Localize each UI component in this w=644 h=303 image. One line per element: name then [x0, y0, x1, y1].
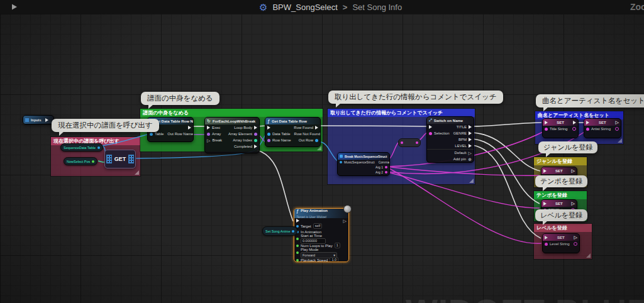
- reroute-in-pin[interactable]: [401, 141, 403, 144]
- exec-out-pin[interactable]: ▷: [343, 219, 347, 223]
- int-out-pin[interactable]: [92, 160, 94, 163]
- gear-icon[interactable]: ⚙: [259, 3, 267, 12]
- node-get-data-table-row[interactable]: ƒ Get Data Table Row Row Found Data Tabl…: [265, 117, 321, 147]
- exec-in-pin[interactable]: [543, 202, 547, 206]
- comment-title[interactable]: ジャンルを登録: [534, 157, 587, 165]
- exec-out-pin[interactable]: [45, 118, 48, 122]
- exec-out-pin[interactable]: ▷: [574, 235, 577, 240]
- variable-node-set-song-anime[interactable]: Set Song Anime: [262, 226, 297, 236]
- default-out-pin[interactable]: ▷: [469, 151, 472, 155]
- pin-row[interactable]: Start at Time 0.000000: [294, 234, 348, 243]
- playbackspeed-in-pin[interactable]: [296, 259, 299, 262]
- element-out-pin[interactable]: [254, 133, 257, 136]
- pin-row[interactable]: Selection GENRE: [427, 130, 474, 136]
- resize-handle[interactable]: [469, 179, 474, 183]
- pin-row[interactable]: MusicSequenceStruct Command: [338, 160, 389, 165]
- variable-node-sequencedatatable[interactable]: SequenceData Table: [60, 143, 103, 152]
- exec-out-pin[interactable]: [573, 121, 576, 124]
- pin-row[interactable]: Default ▷: [427, 149, 474, 156]
- playbackspeed-input[interactable]: 1.0: [330, 257, 338, 262]
- pin-row[interactable]: Completed: [205, 143, 259, 150]
- pin-row[interactable]: BPM: [427, 136, 474, 143]
- completed-out-pin[interactable]: [254, 145, 257, 148]
- array-in-pin[interactable]: [207, 133, 210, 136]
- exec-in-pin[interactable]: [296, 219, 299, 223]
- genre-out-pin[interactable]: [469, 131, 472, 135]
- pin-row[interactable]: ▷: [294, 218, 348, 223]
- arg2-out-pin[interactable]: [385, 171, 387, 174]
- outrow-out-pin[interactable]: [315, 139, 318, 142]
- value-in-pin[interactable]: [545, 243, 548, 246]
- exec-out-pin[interactable]: ▷: [572, 168, 575, 173]
- exec-in-pin[interactable]: [207, 126, 210, 129]
- pin-row[interactable]: Row Found: [265, 124, 320, 131]
- level-out-pin[interactable]: [469, 144, 472, 148]
- node-set-level-string[interactable]: SET ▷ Level String: [542, 233, 580, 253]
- object-out-pin[interactable]: [97, 146, 100, 149]
- pin-row[interactable]: Title String: [543, 126, 578, 132]
- numloops-in-pin[interactable]: [296, 245, 299, 247]
- table-in-pin[interactable]: [150, 133, 153, 136]
- title-out-pin[interactable]: [469, 125, 472, 129]
- playmode-in-pin[interactable]: [296, 251, 299, 254]
- index-out-pin[interactable]: [254, 139, 257, 142]
- target-value-box[interactable]: self: [313, 223, 323, 229]
- startattime-in-pin[interactable]: [296, 238, 299, 240]
- pin-row[interactable]: Add pin ⊕: [427, 156, 474, 162]
- resize-handle[interactable]: [586, 253, 591, 258]
- break-in-pin[interactable]: ▷: [207, 138, 210, 143]
- pin-row[interactable]: Play Mode Forward ▾: [294, 248, 348, 257]
- pin-row[interactable]: Level String: [543, 241, 579, 247]
- node-foreachloop-withbreak[interactable]: ↻ ForEachLoopWithBreak Exec Loop Body Ar…: [204, 117, 260, 153]
- selection-in-pin[interactable]: [429, 132, 432, 135]
- value-out-pin[interactable]: [574, 242, 577, 246]
- node-reroute[interactable]: [398, 138, 421, 147]
- node-set-artist-string[interactable]: SET ▷ Artist String: [584, 118, 621, 138]
- comment-title[interactable]: テンポを登録: [534, 191, 587, 199]
- pin-row[interactable]: ▷ Break Array Index: [205, 137, 259, 143]
- exec-out-pin[interactable]: ▷: [572, 201, 575, 206]
- exec-in-pin[interactable]: [586, 121, 589, 124]
- pin-row[interactable]: Artist String: [584, 126, 621, 132]
- resize-handle[interactable]: [135, 170, 139, 175]
- pin-row[interactable]: TITLE: [427, 124, 474, 130]
- breadcrumb-root[interactable]: BPW_SongSelect: [272, 3, 337, 12]
- resize-handle[interactable]: [618, 138, 622, 143]
- node-play-animation[interactable]: ƒ Play Animation Target is User Widget ▷…: [294, 208, 349, 262]
- pin-row[interactable]: Arg 1: [338, 165, 389, 170]
- exec-in-pin[interactable]: [545, 236, 548, 240]
- value-out-pin[interactable]: [615, 127, 619, 131]
- arrow-right-icon[interactable]: [5, 2, 18, 14]
- startattime-input[interactable]: 0.000000: [301, 238, 326, 244]
- pin-row[interactable]: Exec Loop Body: [205, 124, 259, 131]
- pin-row[interactable]: Arg 2: [338, 170, 389, 175]
- exec-out-pin[interactable]: ▷: [616, 120, 619, 124]
- exec-out-pin[interactable]: [188, 126, 191, 129]
- object-out-pin[interactable]: [292, 230, 294, 233]
- target-in-pin[interactable]: [296, 225, 299, 228]
- pin-row[interactable]: Array Array Element: [205, 131, 259, 137]
- add-pin-icon[interactable]: ⊕: [468, 157, 472, 162]
- node-switch-on-name[interactable]: ⤢ Switch on Name TITLE Selection GENRE B…: [426, 116, 474, 163]
- pin-row[interactable]: Row Name Out Row: [265, 137, 320, 143]
- exec-out-pin[interactable]: [254, 126, 257, 129]
- pin-row[interactable]: Target self: [294, 223, 348, 229]
- node-array-get[interactable]: GET: [104, 150, 136, 168]
- exec-in-pin[interactable]: [543, 169, 547, 173]
- datatable-in-pin[interactable]: [267, 133, 270, 136]
- rowfound-out-pin[interactable]: [315, 126, 318, 129]
- pin-row[interactable]: Playback Speed 1.0: [294, 257, 348, 262]
- rowname-in-pin[interactable]: [267, 139, 270, 142]
- arg1-out-pin[interactable]: [385, 166, 387, 168]
- node-break-musicsequencestruct[interactable]: Break MusicSequenceStruct MusicSequenceS…: [337, 152, 390, 176]
- exec-in-pin[interactable]: [429, 125, 432, 129]
- value-out-pin[interactable]: [572, 127, 576, 131]
- exec-in-pin[interactable]: [545, 121, 548, 124]
- reroute-out-pin[interactable]: [416, 141, 418, 144]
- bpm-out-pin[interactable]: [469, 138, 472, 141]
- value-in-pin[interactable]: [586, 128, 589, 131]
- struct-in-pin[interactable]: [340, 161, 342, 163]
- node-inputs[interactable]: Inputs: [23, 115, 54, 124]
- exec-in-pin[interactable]: [267, 126, 270, 129]
- variable-node-nowselectpos[interactable]: NowSelect Pos: [64, 157, 97, 165]
